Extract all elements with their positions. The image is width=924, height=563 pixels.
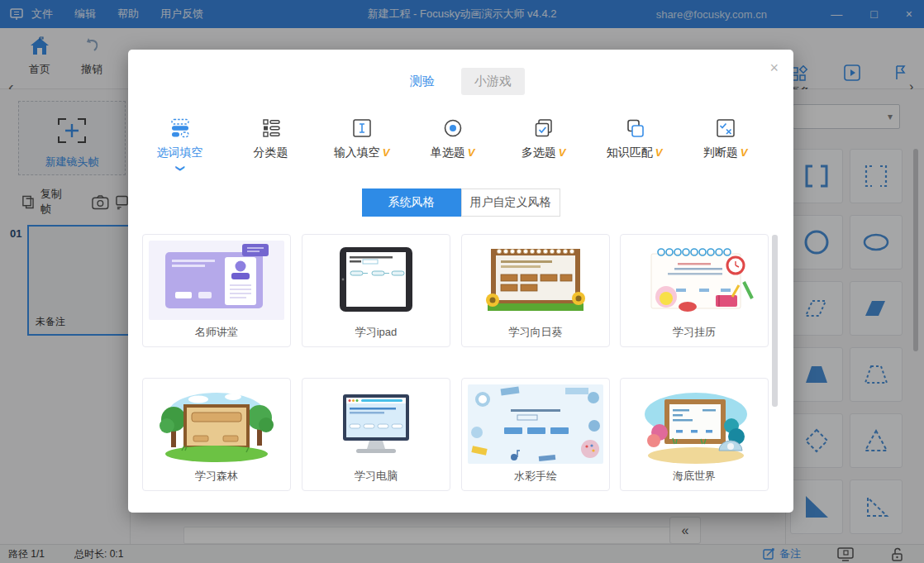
quiz-type-knowledge-match[interactable]: 知识匹配V <box>601 117 669 160</box>
quiz-type-category[interactable]: 分类题 <box>237 117 305 160</box>
multi-choice-icon <box>533 117 555 139</box>
quiz-type-multi-choice[interactable]: 多选题V <box>510 117 578 160</box>
style-tabs: 系统风格 用户自定义风格 <box>128 188 793 217</box>
modal-tabs: 测验 小游戏 <box>128 68 793 95</box>
tab-system-style[interactable]: 系统风格 <box>362 188 461 217</box>
template-preview-computer <box>308 384 444 464</box>
vip-badge: V <box>655 146 663 159</box>
template-card-forest[interactable]: 学习森林 <box>142 378 291 491</box>
template-card-sunflower[interactable]: 学习向日葵 <box>461 234 610 347</box>
template-preview-sunflower <box>468 241 603 320</box>
template-card-ipad[interactable]: 学习ipad <box>302 234 450 347</box>
template-label: 学习森林 <box>143 469 290 484</box>
template-label: 名师讲堂 <box>143 325 290 340</box>
active-marker-icon: ❯ <box>174 165 185 172</box>
quiz-type-true-false[interactable]: 判断题V <box>692 117 760 160</box>
quiz-template-dialog: × 测验 小游戏 选词填空 ❯ 分类题 输入填空V 单选题V 多选题V 知识匹配… <box>128 50 793 513</box>
template-label: 学习电脑 <box>302 469 450 484</box>
template-preview-undersea <box>626 384 762 464</box>
template-card-mingshi[interactable]: 名师讲堂 <box>142 234 291 347</box>
template-preview-forest <box>149 384 284 464</box>
quiz-type-single-choice[interactable]: 单选题V <box>419 117 487 160</box>
template-card-watercolor[interactable]: 水彩手绘 <box>461 378 610 491</box>
single-choice-icon <box>442 117 464 139</box>
tab-custom-style[interactable]: 用户自定义风格 <box>461 188 560 217</box>
template-label: 学习ipad <box>302 325 450 340</box>
template-label: 学习挂历 <box>621 325 768 340</box>
template-preview-ipad <box>308 241 444 320</box>
modal-scrollbar[interactable] <box>772 235 778 407</box>
template-preview-calendar <box>626 241 762 320</box>
template-label: 水彩手绘 <box>462 469 609 484</box>
vip-badge: V <box>559 146 566 159</box>
category-icon <box>260 117 282 139</box>
template-card-computer[interactable]: 学习电脑 <box>302 378 450 491</box>
template-preview-teacher-hall <box>149 241 284 320</box>
vip-badge: V <box>468 146 475 159</box>
input-fill-icon <box>351 117 373 139</box>
template-label: 海底世界 <box>621 469 768 484</box>
template-preview-watercolor <box>468 384 603 464</box>
vip-badge: V <box>741 146 748 159</box>
tab-minigame[interactable]: 小游戏 <box>461 68 525 95</box>
quiz-type-input-fill[interactable]: 输入填空V <box>328 117 396 160</box>
tab-quiz[interactable]: 测验 <box>397 68 448 95</box>
vip-badge: V <box>383 146 390 159</box>
quiz-type-word-fill[interactable]: 选词填空 ❯ <box>146 117 214 160</box>
template-label: 学习向日葵 <box>462 325 609 340</box>
knowledge-match-icon <box>624 117 645 139</box>
true-false-icon <box>715 117 736 139</box>
word-fill-icon <box>169 117 191 139</box>
template-card-calendar[interactable]: 学习挂历 <box>620 234 769 347</box>
quiz-type-row: 选词填空 ❯ 分类题 输入填空V 单选题V 多选题V 知识匹配V 判断题V <box>128 117 777 160</box>
template-card-undersea[interactable]: 海底世界 <box>620 378 769 491</box>
